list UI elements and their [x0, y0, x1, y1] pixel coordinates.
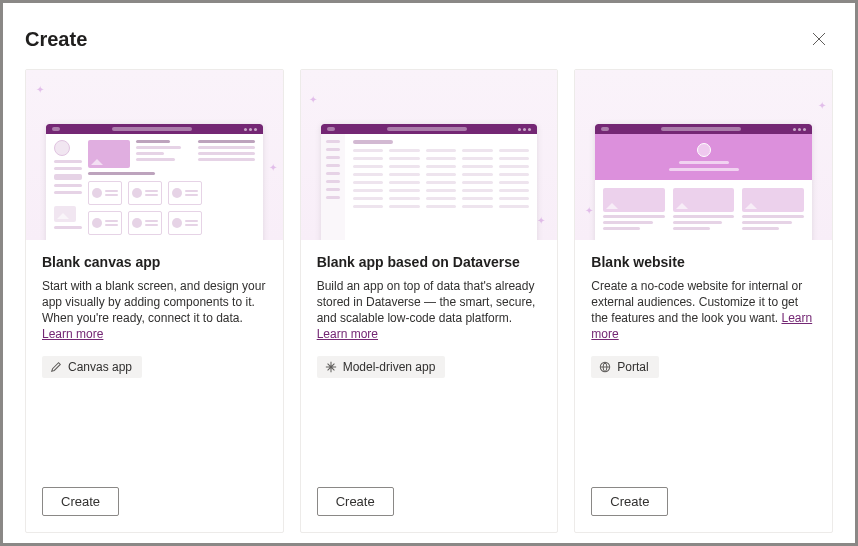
badge-model-driven-app: Model-driven app [317, 356, 446, 378]
sparkle-icon: ✦ [309, 94, 317, 105]
card-description: Start with a blank screen, and design yo… [42, 278, 267, 342]
badge-label: Model-driven app [343, 360, 436, 374]
badge-label: Portal [617, 360, 648, 374]
card-title: Blank canvas app [42, 254, 267, 270]
badge-label: Canvas app [68, 360, 132, 374]
badge-canvas-app: Canvas app [42, 356, 142, 378]
card-description: Create a no-code website for internal or… [591, 278, 816, 342]
sparkle-icon: ✦ [36, 84, 44, 95]
close-icon [812, 32, 826, 46]
card-canvas-app: ✦ ✦ [25, 69, 284, 533]
create-button[interactable]: Create [42, 487, 119, 516]
close-button[interactable] [805, 25, 833, 53]
card-description: Build an app on top of data that's alrea… [317, 278, 542, 342]
dialog-header: Create [25, 25, 833, 53]
thumbnail-dataverse-app: ✦ ✦ [301, 70, 558, 240]
card-title: Blank website [591, 254, 816, 270]
learn-more-link[interactable]: Learn more [317, 327, 378, 341]
cards-row: ✦ ✦ [25, 69, 833, 533]
learn-more-link[interactable]: Learn more [42, 327, 103, 341]
create-dialog: Create ✦ ✦ [3, 3, 855, 543]
create-button[interactable]: Create [591, 487, 668, 516]
card-title: Blank app based on Dataverse [317, 254, 542, 270]
card-website: ✦ ✦ [574, 69, 833, 533]
thumbnail-website: ✦ ✦ [575, 70, 832, 240]
dialog-title: Create [25, 28, 87, 51]
thumbnail-canvas-app: ✦ ✦ [26, 70, 283, 240]
sparkle-icon: ✦ [585, 205, 593, 216]
badge-portal: Portal [591, 356, 658, 378]
sparkle-icon: ✦ [818, 100, 826, 111]
sparkle-icon: ✦ [269, 162, 277, 173]
pencil-icon [50, 361, 62, 373]
globe-icon [599, 361, 611, 373]
sparkle-icon: ✦ [537, 215, 545, 226]
arrows-icon [325, 361, 337, 373]
create-button[interactable]: Create [317, 487, 394, 516]
card-dataverse-app: ✦ ✦ [300, 69, 559, 533]
